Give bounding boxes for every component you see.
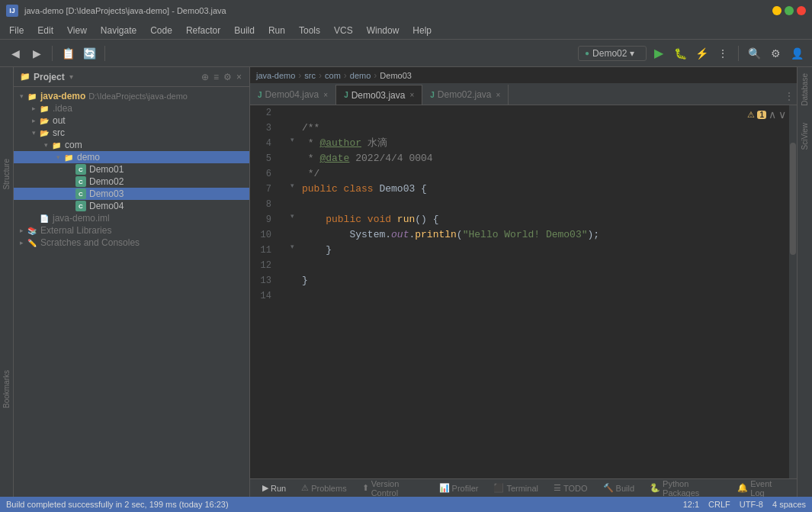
structure-tab[interactable]: Structure [2, 67, 11, 282]
settings-button[interactable]: ⚙ [766, 44, 785, 63]
menu-item-build[interactable]: Build [228, 24, 261, 37]
python-tab-icon: 🐍 [650, 483, 660, 493]
collapse-all-button[interactable]: ≡ [212, 72, 220, 82]
tab-close-demo03[interactable]: × [409, 91, 414, 99]
indent-setting[interactable]: 4 spaces [772, 500, 806, 509]
fold-arrow-7[interactable]: ▾ [290, 182, 294, 189]
menu-item-code[interactable]: Code [144, 24, 178, 37]
tree-item-root[interactable]: ▾ 📁 java-demo D:\IdeaProjects\java-demo [14, 90, 249, 102]
tree-item-demo04[interactable]: C Demo04 [14, 200, 249, 212]
tree-item-scratches[interactable]: ▸ ✏️ Scratches and Consoles [14, 237, 249, 249]
tree-item-com[interactable]: ▾ 📁 com [14, 139, 249, 151]
tree-item-out[interactable]: ▸ 📂 out [14, 114, 249, 127]
fold-arrow-11[interactable]: ▾ [290, 243, 294, 250]
tab-overflow-button[interactable]: ⋮ [782, 88, 797, 105]
navigate-forward-button[interactable]: ▶ [27, 44, 46, 63]
menu-item-vcs[interactable]: VCS [328, 24, 359, 37]
problems-tab-icon: ⚠ [301, 483, 309, 493]
navigate-back-button[interactable]: ◀ [6, 44, 24, 63]
out-folder-icon: 📂 [38, 115, 50, 126]
bookmarks-tab[interactable]: Bookmarks [2, 282, 11, 498]
warning-collapse-button[interactable]: ∨ [778, 108, 786, 121]
tab-demo02[interactable]: J Demo02.java × [422, 85, 509, 105]
sync-button[interactable]: 🔄 [80, 44, 98, 63]
breadcrumb-demo03[interactable]: Demo03 [380, 71, 412, 80]
code-editor[interactable]: /** * @author 水滴 * @date 2022/4/4 0004 *… [296, 105, 789, 478]
tree-item-demo01[interactable]: C Demo01 [14, 163, 249, 175]
bottom-tab-terminal[interactable]: ⬛ Terminal [487, 481, 544, 494]
close-panel-button[interactable]: × [235, 72, 243, 82]
minimize-button[interactable] [772, 6, 782, 15]
menu-item-view[interactable]: View [61, 24, 93, 37]
breadcrumb-com[interactable]: com [325, 71, 341, 80]
menu-item-edit[interactable]: Edit [31, 24, 59, 37]
bottom-tab-profiler[interactable]: 📊 Profiler [433, 481, 485, 494]
bottom-tab-build[interactable]: 🔨 Build [597, 481, 640, 494]
recent-files-button[interactable]: 📋 [59, 44, 77, 63]
bottom-tab-vcs[interactable]: ⬆ Version Control [356, 478, 430, 498]
editor[interactable]: 2 3 4 5 6 7 8 9 10 11 12 13 14 ▾ ▾ ▾ ▾ [250, 105, 797, 478]
database-tab[interactable]: Database [801, 73, 809, 106]
menu-item-file[interactable]: File [3, 24, 30, 37]
menu-item-navigate[interactable]: Navigate [95, 24, 143, 37]
debug-button[interactable]: 🐛 [671, 44, 689, 63]
code-line-12 [302, 258, 783, 273]
profile-button[interactable]: 👤 [788, 44, 806, 63]
bottom-tab-python[interactable]: 🐍 Python Packages [644, 478, 728, 498]
error-count: 1 [757, 111, 766, 119]
menu-item-run[interactable]: Run [262, 24, 291, 37]
cursor-position[interactable]: 12:1 [683, 500, 699, 509]
bookmarks-label[interactable]: Bookmarks [2, 370, 11, 408]
bottom-tab-eventlog[interactable]: 🔔 Event Log [731, 478, 791, 498]
code-line-10: System.out.println("Hello World! Demo03"… [302, 227, 783, 243]
tree-item-idea[interactable]: ▸ 📁 .idea [14, 102, 249, 114]
editor-scrollbar[interactable] [789, 105, 797, 478]
more-run-actions-button[interactable]: ⋮ [714, 44, 732, 63]
tree-item-demo03[interactable]: C Demo03 [14, 188, 249, 200]
encoding[interactable]: UTF-8 [740, 500, 763, 509]
breadcrumb-src[interactable]: src [304, 71, 316, 80]
breadcrumb-demo[interactable]: demo [350, 71, 371, 80]
scrollbar-thumb[interactable] [790, 143, 796, 255]
run-button[interactable]: ▶ [650, 44, 668, 63]
status-message: Build completed successfully in 2 sec, 1… [6, 500, 229, 509]
bottom-tab-todo[interactable]: ☰ TODO [547, 481, 594, 494]
tab-demo04[interactable]: J Demo04.java × [250, 85, 336, 105]
menu-item-help[interactable]: Help [406, 24, 438, 37]
locate-file-button[interactable]: ⊕ [200, 72, 210, 82]
warning-indicator[interactable]: ⚠ 1 ∧ ∨ [747, 108, 786, 121]
build-tab-icon: 🔨 [603, 483, 614, 493]
window-controls[interactable] [772, 6, 806, 15]
bottom-tab-problems[interactable]: ⚠ Problems [295, 481, 352, 494]
search-everywhere-button[interactable]: 🔍 [745, 44, 763, 63]
tree-item-demo[interactable]: ▾ 📁 demo [14, 151, 249, 163]
tab-label-demo03: Demo03.java [351, 90, 406, 101]
maximize-button[interactable] [785, 6, 794, 15]
warning-expand-button[interactable]: ∧ [769, 108, 776, 121]
tree-item-iml[interactable]: 📄 java-demo.iml [14, 212, 249, 224]
menu-item-refactor[interactable]: Refactor [180, 24, 226, 37]
run-config-selector[interactable]: ● Demo02 ▾ [578, 46, 647, 61]
tab-close-demo02[interactable]: × [496, 91, 501, 99]
fold-arrow-9[interactable]: ▾ [290, 212, 294, 220]
menu-item-tools[interactable]: Tools [293, 24, 326, 37]
menu-item-window[interactable]: Window [361, 24, 406, 37]
line-ending[interactable]: CRLF [708, 500, 730, 509]
breadcrumb-java-demo[interactable]: java-demo [256, 71, 295, 80]
tree-item-ext-libs[interactable]: ▸ 📚 External Libraries [14, 224, 249, 237]
tab-close-demo04[interactable]: × [323, 91, 328, 99]
tree-item-src[interactable]: ▾ 📂 src [14, 127, 249, 139]
folder-icon: 📁 [26, 91, 38, 101]
panel-settings-button[interactable]: ⚙ [222, 72, 233, 82]
sciview-tab[interactable]: SciView [801, 123, 809, 150]
tab-demo03[interactable]: J Demo03.java × [336, 85, 422, 105]
tree-path: D:\IdeaProjects\java-demo [88, 92, 188, 101]
tree-item-demo02[interactable]: C Demo02 [14, 175, 249, 188]
tree-arrow-ext-libs: ▸ [17, 225, 26, 236]
project-dropdown-icon[interactable]: ▾ [69, 72, 73, 81]
bottom-tab-run[interactable]: ▶ Run [256, 481, 292, 494]
coverage-button[interactable]: ⚡ [692, 44, 711, 63]
structure-label[interactable]: Structure [2, 159, 11, 190]
fold-arrow-3[interactable]: ▾ [290, 136, 294, 143]
close-button[interactable] [797, 6, 806, 15]
